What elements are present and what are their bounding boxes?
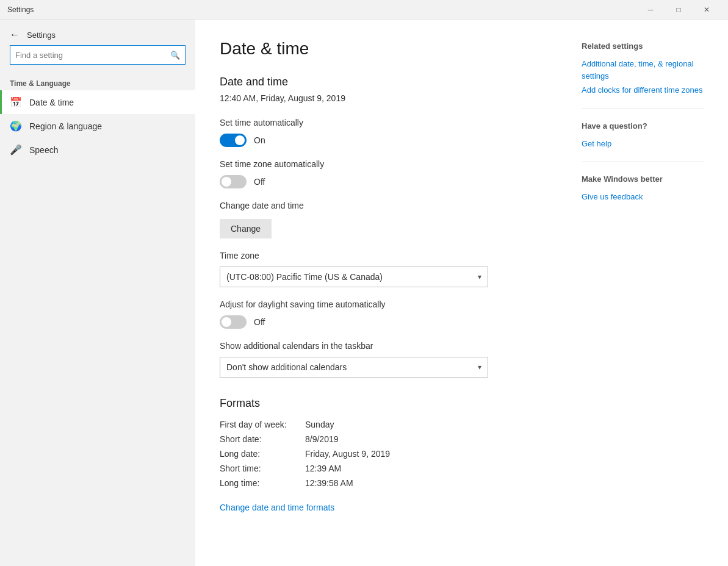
format-key-short-time: Short time: [220, 464, 305, 473]
sidebar-item-speech[interactable]: 🎤 Speech [0, 138, 195, 162]
time-zone-dropdown[interactable]: (UTC-08:00) Pacific Time (US & Canada) ▾ [220, 267, 488, 287]
related-link-regional[interactable]: Additional date, time, & regional settin… [582, 58, 704, 82]
search-input[interactable] [10, 51, 165, 60]
maximize-button[interactable]: □ [665, 0, 693, 20]
titlebar-title: Settings [7, 5, 636, 14]
related-link-clocks[interactable]: Add clocks for different time zones [582, 84, 704, 96]
dst-status: Off [254, 317, 265, 327]
dst-toggle-thumb [222, 317, 231, 327]
current-time: 12:40 AM, Friday, August 9, 2019 [220, 93, 557, 103]
set-time-auto-status: On [254, 135, 265, 145]
set-time-auto-toggle-row: On [220, 134, 557, 147]
get-help-link[interactable]: Get help [582, 138, 704, 150]
set-timezone-auto-toggle[interactable] [220, 175, 247, 188]
region-icon: 🌍 [10, 120, 22, 132]
titlebar: Settings ─ □ ✕ [0, 0, 728, 20]
format-value-short-time: 12:39 AM [305, 464, 341, 473]
close-button[interactable]: ✕ [693, 0, 721, 20]
date-time-section-title: Date and time [220, 76, 557, 88]
speech-icon: 🎤 [10, 144, 22, 156]
related-settings-title: Related settings [582, 41, 704, 51]
time-zone-dropdown-arrow: ▾ [478, 273, 481, 281]
main-content: Date & time Date and time 12:40 AM, Frid… [195, 20, 728, 566]
set-timezone-auto-status: Off [254, 177, 265, 187]
format-value-long-time: 12:39:58 AM [305, 478, 353, 488]
date-time-icon: 📅 [10, 96, 22, 108]
panel-divider-1 [582, 109, 704, 109]
time-zone-value: (UTC-08:00) Pacific Time (US & Canada) [226, 272, 383, 282]
minimize-button[interactable]: ─ [636, 0, 665, 20]
back-arrow-icon: ← [10, 29, 20, 40]
titlebar-controls: ─ □ ✕ [636, 0, 721, 20]
change-formats-link[interactable]: Change date and time formats [220, 503, 334, 512]
make-better-title: Make Windows better [582, 174, 704, 184]
calendars-value: Don't show additional calendars [226, 362, 347, 372]
set-time-auto-label: Set time automatically [220, 118, 557, 127]
feedback-link[interactable]: Give us feedback [582, 191, 704, 203]
sidebar-item-label-region: Region & language [29, 121, 102, 131]
calendars-row: Show additional calendars in the taskbar… [220, 341, 557, 378]
format-row-short-time: Short time: 12:39 AM [220, 464, 557, 473]
calendars-dropdown-arrow: ▾ [478, 363, 481, 371]
format-value-short-date: 8/9/2019 [305, 434, 339, 444]
have-question-title: Have a question? [582, 121, 704, 131]
sidebar-section-label: Time & Language [0, 74, 195, 90]
format-row-long-date: Long date: Friday, August 9, 2019 [220, 449, 557, 459]
set-time-auto-toggle[interactable] [220, 134, 247, 147]
format-key-first-day: First day of week: [220, 420, 305, 429]
sidebar: ← Settings 🔍 Time & Language 📅 Date & ti… [0, 20, 195, 566]
change-date-time-label: Change date and time [220, 201, 557, 210]
sidebar-item-date-time[interactable]: 📅 Date & time [0, 90, 195, 114]
dst-row: Adjust for daylight saving time automati… [220, 299, 557, 329]
sidebar-item-region[interactable]: 🌍 Region & language [0, 114, 195, 138]
format-row-long-time: Long time: 12:39:58 AM [220, 478, 557, 488]
format-row-first-day: First day of week: Sunday [220, 420, 557, 429]
dst-toggle[interactable] [220, 315, 247, 329]
calendars-dropdown[interactable]: Don't show additional calendars ▾ [220, 357, 488, 378]
sidebar-item-label-date-time: Date & time [29, 98, 74, 107]
app-container: ← Settings 🔍 Time & Language 📅 Date & ti… [0, 20, 728, 566]
set-time-auto-toggle-thumb [235, 135, 245, 145]
formats-section: Formats First day of week: Sunday Short … [220, 397, 557, 512]
format-value-long-date: Friday, August 9, 2019 [305, 449, 390, 459]
page-title: Date & time [220, 39, 557, 59]
set-timezone-auto-label: Set time zone automatically [220, 159, 557, 169]
content-area: Date & time Date and time 12:40 AM, Frid… [220, 39, 557, 546]
calendars-label: Show additional calendars in the taskbar [220, 341, 557, 351]
time-zone-row: Time zone (UTC-08:00) Pacific Time (US &… [220, 251, 557, 287]
sidebar-item-label-speech: Speech [29, 145, 58, 155]
format-value-first-day: Sunday [305, 420, 334, 429]
formats-title: Formats [220, 397, 557, 410]
set-timezone-auto-row: Set time zone automatically Off [220, 159, 557, 188]
right-panel: Related settings Additional date, time, … [557, 39, 704, 546]
set-time-auto-row: Set time automatically On [220, 118, 557, 147]
search-icon: 🔍 [165, 51, 185, 60]
dst-label: Adjust for daylight saving time automati… [220, 299, 557, 309]
format-key-short-date: Short date: [220, 434, 305, 444]
back-button[interactable]: ← Settings [0, 24, 195, 45]
change-button[interactable]: Change [220, 219, 272, 238]
back-label: Settings [27, 30, 56, 40]
dst-toggle-row: Off [220, 315, 557, 329]
set-timezone-auto-toggle-thumb [222, 177, 231, 187]
panel-divider-2 [582, 162, 704, 162]
change-date-time-row: Change date and time Change [220, 201, 557, 238]
search-box: 🔍 [10, 45, 186, 65]
time-zone-label: Time zone [220, 251, 557, 260]
set-timezone-auto-toggle-row: Off [220, 175, 557, 188]
format-key-long-time: Long time: [220, 478, 305, 488]
format-row-short-date: Short date: 8/9/2019 [220, 434, 557, 444]
format-key-long-date: Long date: [220, 449, 305, 459]
